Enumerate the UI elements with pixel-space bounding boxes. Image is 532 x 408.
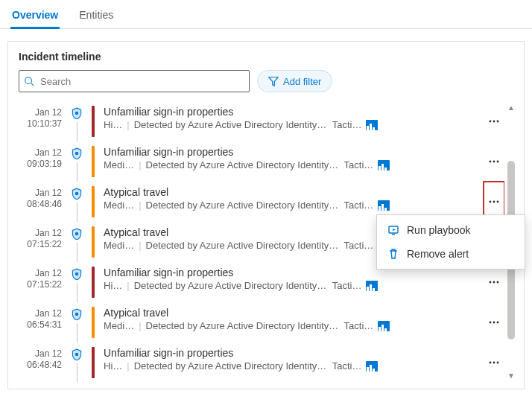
timestamp-date: Jan 12 xyxy=(19,147,62,159)
severity-bar xyxy=(92,267,95,298)
timeline-row[interactable]: Jan 1209:03:19Unfamiliar sign-in propert… xyxy=(19,141,504,182)
search-input[interactable] xyxy=(39,75,244,88)
timestamp-time: 08:48:46 xyxy=(19,199,62,210)
tab-overview[interactable]: Overview xyxy=(10,4,60,29)
svg-point-12 xyxy=(493,201,495,203)
timeline-connector xyxy=(77,162,77,182)
tactics-label: Tacti… xyxy=(344,320,374,331)
menu-remove-alert[interactable]: Remove alert xyxy=(377,242,525,266)
timestamp-time: 07:15:22 xyxy=(19,279,62,290)
menu-run-playbook[interactable]: Run playbook xyxy=(377,218,525,242)
timeline-connector xyxy=(77,243,77,262)
svg-point-22 xyxy=(75,313,79,316)
alert-title[interactable]: Atypical travel xyxy=(104,186,479,198)
timestamp: Jan 1209:03:19 xyxy=(19,141,65,182)
severity-label: Medi… xyxy=(104,320,134,331)
alert-subtitle: Hi…|Detected by Azure Active Directory I… xyxy=(104,360,479,372)
alert-title[interactable]: Unfamiliar sign-in properties xyxy=(104,106,479,118)
timeline-row[interactable]: Jan 1206:48:42Unfamiliar sign-in propert… xyxy=(19,342,504,383)
more-actions-button[interactable] xyxy=(484,342,504,383)
svg-point-5 xyxy=(497,121,499,123)
timestamp-time: 06:54:31 xyxy=(19,319,62,331)
scroll-up-icon[interactable]: ▲ xyxy=(507,101,515,115)
tactics-icon xyxy=(378,321,390,331)
svg-point-14 xyxy=(75,232,79,236)
timeline-connector xyxy=(77,122,77,141)
svg-line-1 xyxy=(31,83,34,86)
more-actions-button[interactable] xyxy=(484,101,504,141)
detected-by: Detected by Azure Active Directory Ident… xyxy=(146,320,340,331)
alert-title[interactable]: Unfamiliar sign-in properties xyxy=(104,146,479,158)
tactics-label: Tacti… xyxy=(332,360,362,372)
timeline-node xyxy=(69,222,84,262)
timestamp: Jan 1207:15:22 xyxy=(19,222,65,262)
tab-entities[interactable]: Entities xyxy=(77,4,115,29)
severity-label: Hi… xyxy=(104,280,122,291)
timestamp: Jan 1206:48:42 xyxy=(19,342,65,383)
menu-remove-alert-label: Remove alert xyxy=(407,248,469,260)
timestamp-date: Jan 12 xyxy=(19,308,62,319)
svg-point-23 xyxy=(490,322,492,324)
timeline-connector xyxy=(77,203,77,222)
severity-bar xyxy=(92,186,95,217)
svg-point-29 xyxy=(497,362,499,364)
svg-point-7 xyxy=(490,161,492,163)
timeline-row[interactable]: Jan 1210:10:37Unfamiliar sign-in propert… xyxy=(19,101,504,141)
alert-title[interactable]: Unfamiliar sign-in properties xyxy=(104,347,479,359)
timestamp-date: Jan 12 xyxy=(19,348,62,360)
timeline-connector xyxy=(77,283,77,302)
severity-bar xyxy=(92,347,95,378)
alert-subtitle: Medi…|Detected by Azure Active Directory… xyxy=(104,200,479,211)
svg-point-18 xyxy=(75,272,79,276)
detected-by: Detected by Azure Active Directory Ident… xyxy=(146,200,340,211)
svg-point-19 xyxy=(490,281,492,284)
alert-subtitle: Medi…|Detected by Azure Active Directory… xyxy=(104,159,479,170)
svg-point-8 xyxy=(493,161,495,163)
timestamp-date: Jan 12 xyxy=(19,107,62,118)
timestamp-date: Jan 12 xyxy=(19,188,62,199)
timeline-row[interactable]: Jan 1206:54:31Atypical travelMedi…|Detec… xyxy=(19,302,504,342)
shield-icon xyxy=(70,147,83,161)
timestamp: Jan 1208:48:46 xyxy=(19,182,65,222)
alert-content: Unfamiliar sign-in propertiesHi…|Detecte… xyxy=(104,101,479,141)
timeline-node xyxy=(69,101,84,141)
svg-point-4 xyxy=(493,121,495,123)
svg-point-9 xyxy=(497,161,499,163)
run-playbook-icon xyxy=(387,224,399,236)
severity-bar xyxy=(92,307,95,338)
alert-title[interactable]: Atypical travel xyxy=(104,307,479,319)
timestamp-time: 09:03:19 xyxy=(19,159,62,170)
severity-label: Hi… xyxy=(104,119,122,130)
shield-icon xyxy=(70,188,83,201)
timestamp: Jan 1210:10:37 xyxy=(19,101,65,141)
tactics-icon xyxy=(366,361,378,372)
svg-point-25 xyxy=(497,322,499,324)
timestamp-time: 10:10:37 xyxy=(19,118,62,130)
menu-run-playbook-label: Run playbook xyxy=(407,224,471,236)
alert-content: Atypical travelMedi…|Detected by Azure A… xyxy=(104,302,479,342)
svg-point-0 xyxy=(25,77,32,84)
shield-icon xyxy=(70,268,83,281)
more-actions-button[interactable] xyxy=(484,141,504,182)
svg-marker-32 xyxy=(393,229,396,231)
severity-label: Medi… xyxy=(104,159,134,170)
severity-bar xyxy=(92,226,95,258)
filter-icon xyxy=(268,76,279,86)
timestamp-time: 06:48:42 xyxy=(19,360,62,371)
add-filter-button[interactable]: Add filter xyxy=(257,70,332,92)
search-box[interactable] xyxy=(19,70,250,92)
tactics-icon xyxy=(366,281,378,291)
add-filter-label: Add filter xyxy=(283,76,321,87)
severity-label: Medi… xyxy=(104,240,134,251)
alert-content: Unfamiliar sign-in propertiesHi…|Detecte… xyxy=(104,342,479,383)
tactics-label: Tacti… xyxy=(344,200,374,211)
svg-point-3 xyxy=(490,121,492,123)
svg-point-21 xyxy=(497,281,499,284)
scroll-down-icon[interactable]: ▼ xyxy=(507,369,515,383)
more-actions-button[interactable] xyxy=(484,302,504,342)
panel-title: Incident timeline xyxy=(8,51,524,70)
severity-label: Medi… xyxy=(104,200,134,211)
tactics-icon xyxy=(366,120,378,130)
shield-icon xyxy=(70,348,83,362)
shield-icon xyxy=(70,308,83,322)
